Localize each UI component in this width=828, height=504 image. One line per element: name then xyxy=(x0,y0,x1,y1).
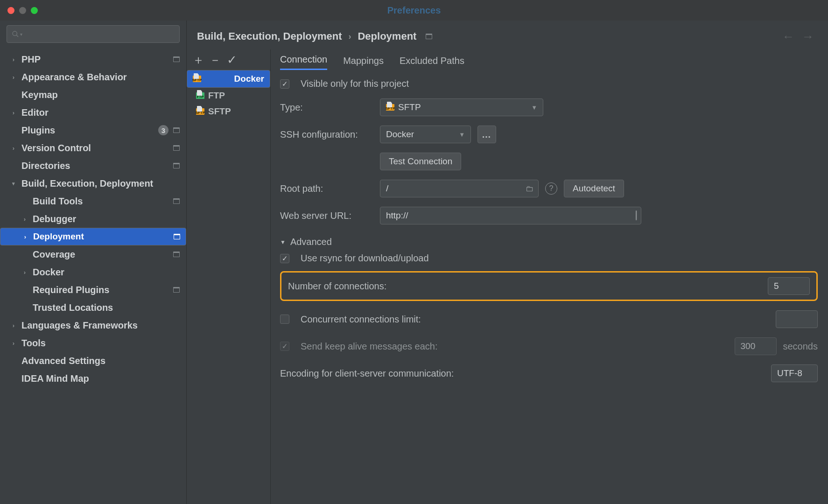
project-scope-icon xyxy=(173,198,180,204)
plugins-badge: 3 xyxy=(158,125,168,135)
svg-point-0 xyxy=(13,31,17,35)
sidebar-label: Version Control xyxy=(21,143,91,154)
chevron-down-icon: ▼ xyxy=(459,131,465,138)
sftp-icon: SFTP xyxy=(193,76,201,82)
settings-tree: ›PHP ›Appearance & Behavior Keymap ›Edit… xyxy=(0,48,186,504)
server-item-sftp[interactable]: SFTPSFTP xyxy=(187,104,270,119)
remove-server-button[interactable]: － xyxy=(210,52,220,68)
server-item-docker[interactable]: SFTPDocker xyxy=(187,70,270,88)
advanced-label: Advanced xyxy=(290,237,332,247)
sidebar-label: Debugger xyxy=(33,214,76,224)
project-scope-icon xyxy=(173,252,180,257)
sidebar-label: Keymap xyxy=(21,90,58,100)
type-select[interactable]: SFTPSFTP ▼ xyxy=(380,98,543,116)
cclimit-checkbox[interactable] xyxy=(280,315,289,324)
ftp-icon: FTP xyxy=(196,92,204,99)
encoding-label: Encoding for client-server communication… xyxy=(280,368,765,379)
breadcrumb-part[interactable]: Build, Execution, Deployment xyxy=(197,30,342,42)
root-path-input[interactable] xyxy=(380,180,539,197)
sidebar-item-appearance[interactable]: ›Appearance & Behavior xyxy=(0,68,186,86)
search-history-icon: ▾ xyxy=(20,32,22,37)
project-scope-icon xyxy=(173,287,180,293)
breadcrumb-part: Deployment xyxy=(358,30,416,42)
sidebar-item-debugger[interactable]: ›Debugger xyxy=(0,210,186,228)
sidebar-item-vcs[interactable]: ›Version Control xyxy=(0,139,186,157)
tab-connection[interactable]: Connection xyxy=(280,54,327,70)
minimize-window-button[interactable] xyxy=(19,7,26,14)
sidebar-item-required-plugins[interactable]: Required Plugins xyxy=(0,281,186,299)
sidebar-item-build-tools[interactable]: Build Tools xyxy=(0,192,186,210)
nav-back-button[interactable]: ← xyxy=(779,29,798,44)
deployment-form: Connection Mappings Excluded Paths Visib… xyxy=(271,49,828,504)
zoom-window-button[interactable] xyxy=(31,7,38,14)
sidebar-item-coverage[interactable]: Coverage xyxy=(0,245,186,263)
cclimit-input[interactable] xyxy=(776,310,818,328)
chevron-down-icon: ▼ xyxy=(280,239,286,245)
server-label: Docker xyxy=(234,74,264,84)
help-icon[interactable]: ? xyxy=(545,182,557,195)
project-scope-icon xyxy=(173,163,180,168)
sidebar-label: Build Tools xyxy=(33,196,83,207)
folder-icon[interactable]: 🗀 xyxy=(526,184,534,194)
type-value: SFTP xyxy=(398,102,421,112)
keepalive-checkbox xyxy=(280,342,289,351)
advanced-section-toggle[interactable]: ▼ Advanced xyxy=(280,237,818,247)
tab-excluded[interactable]: Excluded Paths xyxy=(400,56,464,70)
keepalive-unit: seconds xyxy=(783,341,818,352)
sidebar-item-advanced[interactable]: Advanced Settings xyxy=(0,352,186,370)
sidebar-item-keymap[interactable]: Keymap xyxy=(0,86,186,104)
test-connection-button[interactable]: Test Connection xyxy=(380,153,461,170)
visible-only-label: Visible only for this project xyxy=(301,78,409,89)
sidebar-label: PHP xyxy=(21,54,41,65)
project-scope-icon xyxy=(426,34,432,39)
globe-icon[interactable] xyxy=(636,211,637,221)
tab-mappings[interactable]: Mappings xyxy=(343,56,384,70)
server-label: SFTP xyxy=(208,106,231,117)
cclimit-label: Concurrent connections limit: xyxy=(301,314,769,325)
sidebar-item-php[interactable]: ›PHP xyxy=(0,50,186,68)
visible-only-checkbox[interactable] xyxy=(280,79,289,89)
breadcrumb: Build, Execution, Deployment › Deploymen… xyxy=(197,30,432,42)
sidebar-label: IDEA Mind Map xyxy=(21,373,89,384)
titlebar: Preferences xyxy=(0,0,828,21)
encoding-input[interactable] xyxy=(771,364,818,382)
nav-forward-button[interactable]: → xyxy=(798,29,818,44)
close-window-button[interactable] xyxy=(7,7,14,14)
chevron-right-icon: › xyxy=(348,32,351,42)
sidebar-item-directories[interactable]: Directories xyxy=(0,157,186,175)
add-server-button[interactable]: ＋ xyxy=(193,52,203,68)
sidebar-item-editor[interactable]: ›Editor xyxy=(0,104,186,121)
ssh-config-select[interactable]: Docker ▼ xyxy=(380,126,471,143)
sidebar-item-trusted-locations[interactable]: Trusted Locations xyxy=(0,299,186,316)
sidebar-item-plugins[interactable]: Plugins3 xyxy=(0,121,186,139)
sidebar-label: Appearance & Behavior xyxy=(21,72,127,83)
sidebar-item-lang-frameworks[interactable]: ›Languages & Frameworks xyxy=(0,316,186,334)
root-path-label: Root path: xyxy=(280,183,373,194)
sidebar-label: Docker xyxy=(33,267,64,278)
numconn-input[interactable] xyxy=(768,277,810,295)
sidebar-item-mindmap[interactable]: IDEA Mind Map xyxy=(0,370,186,387)
numconn-label: Number of connections: xyxy=(288,281,768,292)
ssh-label: SSH configuration: xyxy=(280,129,373,140)
web-url-label: Web server URL: xyxy=(280,210,373,221)
sidebar-item-docker[interactable]: ›Docker xyxy=(0,263,186,281)
server-item-ftp[interactable]: FTPFTP xyxy=(187,88,270,104)
sftp-icon: SFTP xyxy=(386,104,394,111)
ssh-value: Docker xyxy=(386,129,414,140)
sidebar-item-tools[interactable]: ›Tools xyxy=(0,334,186,352)
sidebar-item-bed[interactable]: ▾Build, Execution, Deployment xyxy=(0,175,186,192)
sidebar-label: Editor xyxy=(21,107,49,118)
server-label: FTP xyxy=(208,91,225,101)
sidebar-item-deployment[interactable]: ›Deployment xyxy=(0,228,186,245)
number-of-connections-highlight: Number of connections: xyxy=(280,271,818,301)
rsync-checkbox[interactable] xyxy=(280,254,289,263)
autodetect-button[interactable]: Autodetect xyxy=(564,180,624,197)
search-input[interactable]: ▾ xyxy=(7,25,180,43)
web-url-input[interactable] xyxy=(380,207,641,224)
sidebar-label: Tools xyxy=(21,338,46,349)
ssh-config-browse-button[interactable]: … xyxy=(477,126,496,143)
sftp-icon: SFTP xyxy=(196,108,204,115)
sidebar-label: Required Plugins xyxy=(33,285,109,295)
set-default-button[interactable]: ✓ xyxy=(227,53,237,67)
svg-line-1 xyxy=(16,35,18,37)
